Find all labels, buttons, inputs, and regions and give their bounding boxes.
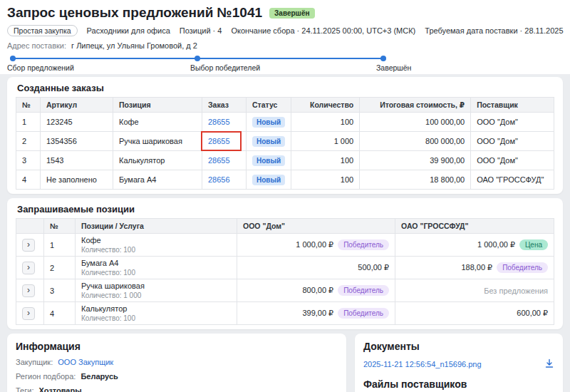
- order-status-badge: Новый: [252, 155, 285, 166]
- page-header: Запрос ценовых предложений №1041 Завершё…: [0, 0, 570, 74]
- order-position: Бумага А4: [113, 170, 202, 190]
- order-row-2: 2 1354356 Ручка шариковая 28655 Новый 1 …: [16, 132, 554, 151]
- requested-row-1: › 1 Кофе Количество: 100 1 000,00 ₽ Побе…: [16, 234, 554, 257]
- order-status-badge: Новый: [252, 175, 285, 185]
- buyer-label: Закупщик:: [16, 358, 53, 366]
- col-article: Артикул: [41, 98, 113, 113]
- order-qty: 100: [291, 151, 360, 170]
- order-num: 2: [16, 132, 41, 151]
- category-label: Расходники для офиса: [87, 26, 170, 35]
- col-expand: [16, 219, 44, 234]
- order-supplier: ООО "Дом": [471, 113, 554, 132]
- order-num: 1: [16, 113, 41, 132]
- order-article: 1543: [41, 151, 113, 170]
- grossfud-price: 188,00 ₽: [461, 263, 492, 272]
- requested-row-4: › 4 Калькулятор Количество: 100 399,00 ₽…: [16, 302, 554, 325]
- document-file-link[interactable]: 2025-11-21 12:56:54_n15696.png: [363, 360, 482, 368]
- order-article: Не заполнено: [41, 170, 113, 190]
- order-link[interactable]: 28655: [208, 118, 230, 126]
- col-supplier: Поставщик: [471, 98, 554, 113]
- item-name: Бумага А4: [81, 259, 231, 267]
- col-total: Итоговая стоимость, ₽: [360, 98, 471, 113]
- item-num: 1: [44, 234, 76, 257]
- item-num: 3: [44, 279, 76, 302]
- order-qty: 100: [291, 170, 360, 190]
- expand-row-button[interactable]: ›: [22, 284, 35, 297]
- created-orders-title: Созданные заказы: [17, 83, 554, 93]
- order-total: 18 800,00: [360, 170, 471, 190]
- expand-row-button[interactable]: ›: [22, 307, 35, 320]
- order-num: 3: [16, 151, 41, 170]
- order-row-4: 4 Не заполнено Бумага А4 28656 Новый 100…: [16, 170, 554, 190]
- orders-header-row: № Артикул Позиция Заказ Статус Количеств…: [16, 98, 554, 113]
- order-supplier: ООО "Дом": [471, 151, 554, 170]
- order-row-3: 3 1543 Калькулятор 28655 Новый 100 39 90…: [16, 151, 554, 170]
- info-title: Информация: [16, 341, 338, 352]
- item-num: 2: [44, 257, 76, 279]
- item-name: Ручка шариковая: [81, 282, 231, 290]
- order-total: 800 000,00: [360, 132, 471, 151]
- info-card: Информация Закупщик: ООО Закупщик Регион…: [7, 334, 346, 392]
- step-dot-3: [380, 56, 386, 61]
- expand-row-button[interactable]: ›: [22, 262, 35, 274]
- content-band: Созданные заказы № Артикул Позиция Заказ…: [0, 74, 570, 392]
- order-qty: 1 000: [291, 132, 360, 151]
- order-position: Кофе: [113, 113, 202, 132]
- supplier-files-title: Файлы поставщиков: [363, 378, 554, 390]
- col-status: Статус: [247, 98, 291, 113]
- col-supplier-dom: ООО "Дом": [237, 219, 395, 234]
- winner-badge: Победитель: [338, 308, 389, 319]
- item-qty: Количество: 100: [81, 314, 231, 322]
- expand-row-button[interactable]: ›: [22, 239, 35, 252]
- price-badge: Цена: [519, 239, 548, 250]
- col-supplier-grossfud: ОАО "ГРОССФУД": [395, 219, 554, 234]
- status-badge: Завершён: [269, 8, 314, 19]
- progress-stepper: Сбор предложений Выбор победителей Завер…: [7, 54, 563, 74]
- tags-value: Хозтовары: [39, 386, 82, 392]
- grossfud-price: 1 000,00 ₽: [477, 240, 515, 249]
- deadline-label: Окончание сбора · 24.11.2025 00:00, UTC+…: [231, 26, 415, 35]
- grossfud-price: 600,00 ₽: [517, 309, 548, 318]
- page-title: Запрос ценовых предложений №1041: [7, 5, 262, 21]
- delivery-date-label: Требуемая дата поставки · 28.11.2025: [425, 26, 563, 35]
- item-qty: Количество: 1 000: [81, 292, 231, 299]
- step-label-winners: Выбор победителей: [190, 63, 260, 72]
- order-article: 123245: [41, 113, 113, 132]
- region-label: Регион подбора:: [16, 372, 76, 381]
- requested-positions-table: № Позиции / Услуга ООО "Дом" ОАО "ГРОССФ…: [16, 218, 554, 325]
- order-status-badge: Новый: [252, 136, 285, 147]
- created-orders-card: Созданные заказы № Артикул Позиция Заказ…: [7, 77, 563, 194]
- item-qty: Количество: 100: [81, 269, 231, 277]
- dom-price: 399,00 ₽: [302, 309, 333, 318]
- order-link[interactable]: 28656: [208, 175, 230, 184]
- item-num: 4: [44, 302, 76, 325]
- col-num: №: [16, 98, 41, 113]
- address-row: Адрес поставки: г Липецк, ул Ульяны Гром…: [7, 41, 563, 50]
- winner-badge: Победитель: [338, 239, 389, 250]
- purchase-type-pill: Простая закупка: [7, 25, 78, 36]
- order-link-highlighted[interactable]: 28655: [208, 137, 230, 145]
- step-dot-1: [10, 56, 16, 61]
- buyer-link[interactable]: ООО Закупщик: [58, 358, 113, 366]
- requested-positions-title: Запрашиваемые позиции: [17, 204, 554, 215]
- order-link[interactable]: 28655: [208, 156, 230, 165]
- winner-badge: Победитель: [497, 262, 548, 273]
- requested-header-row: № Позиции / Услуга ООО "Дом" ОАО "ГРОССФ…: [16, 219, 554, 234]
- order-position: Калькулятор: [113, 151, 202, 170]
- order-total: 100 000,00: [360, 113, 471, 132]
- download-icon[interactable]: [544, 359, 554, 370]
- requested-positions-card: Запрашиваемые позиции № Позиции / Услуга…: [7, 198, 563, 329]
- dom-price: 800,00 ₽: [302, 286, 333, 295]
- col-item: Позиции / Услуга: [76, 219, 237, 234]
- document-file-row: 2025-11-21 12:56:54_n15696.png: [363, 359, 554, 370]
- order-total: 39 900,00: [360, 151, 471, 170]
- region-value: Беларусь: [81, 372, 118, 381]
- procurement-request-page: Запрос ценовых предложений №1041 Завершё…: [0, 0, 570, 392]
- requested-row-2: › 2 Бумага А4 Количество: 100 500,00 ₽ 1…: [16, 257, 554, 279]
- documents-title: Документы: [363, 341, 554, 352]
- step-dot-2: [195, 56, 200, 61]
- item-name: Калькулятор: [81, 304, 231, 313]
- step-label-collection: Сбор предложений: [7, 63, 74, 72]
- requested-row-3: › 3 Ручка шариковая Количество: 1 000 80…: [16, 279, 554, 302]
- order-position: Ручка шариковая: [113, 132, 202, 151]
